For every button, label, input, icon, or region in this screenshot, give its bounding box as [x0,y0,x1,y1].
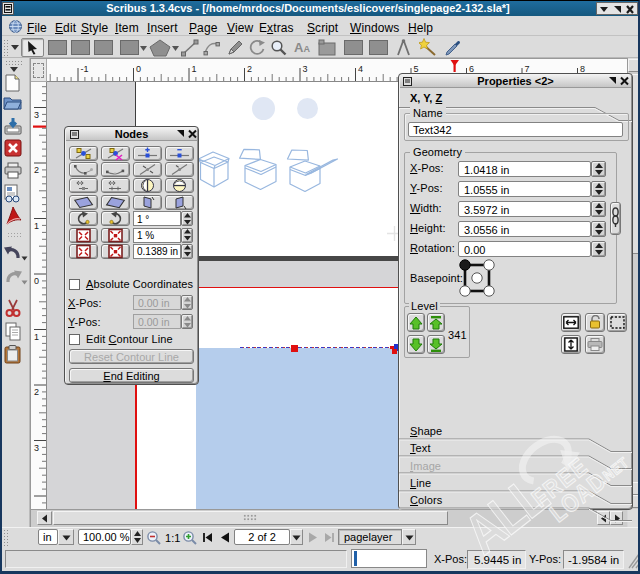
svg-text:0: 0 [136,64,141,74]
svg-text:1: 1 [192,64,197,74]
svg-text:2: 2 [247,64,252,74]
svg-text:2: 2 [34,387,39,397]
svg-text:0: 0 [34,276,39,286]
svg-text:3: 3 [34,110,39,120]
svg-text:3: 3 [34,443,39,453]
svg-text:1: 1 [34,332,39,342]
svg-text:3: 3 [303,64,308,74]
svg-text:4: 4 [358,64,363,74]
svg-text:1: 1 [34,221,39,231]
svg-text:-1: -1 [81,64,89,74]
svg-text:2: 2 [34,165,39,175]
